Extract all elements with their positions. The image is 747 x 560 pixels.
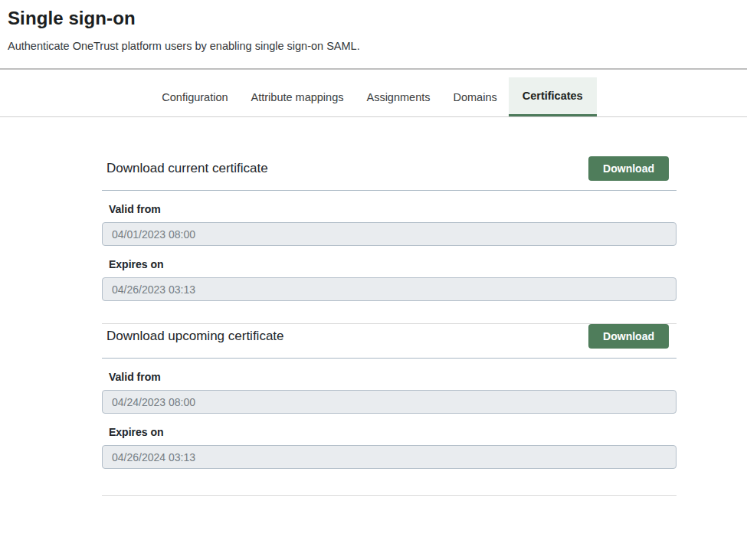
current-valid-from-input — [102, 222, 677, 246]
upcoming-certificate-section: Download upcoming certificate Download V… — [102, 324, 677, 469]
upcoming-certificate-heading: Download upcoming certificate — [106, 329, 284, 344]
certificates-panel: Download current certificate Download Va… — [102, 117, 677, 496]
download-current-button[interactable]: Download — [588, 156, 669, 181]
upcoming-certificate-header: Download upcoming certificate Download — [102, 324, 677, 359]
current-certificate-section: Download current certificate Download Va… — [102, 156, 677, 301]
current-valid-from-label: Valid from — [102, 203, 677, 215]
tab-certificates[interactable]: Certificates — [509, 77, 597, 116]
tab-configuration[interactable]: Configuration — [150, 77, 239, 116]
tab-domains[interactable]: Domains — [441, 77, 508, 116]
current-valid-from-field: Valid from — [102, 203, 677, 246]
page-header: Single sign-on Authenticate OneTrust pla… — [0, 0, 747, 52]
current-expires-on-input — [102, 277, 677, 301]
tab-attribute-mappings[interactable]: Attribute mappings — [240, 77, 355, 116]
tab-assignments[interactable]: Assignments — [355, 77, 441, 116]
upcoming-valid-from-input — [102, 390, 677, 414]
bottom-divider — [102, 495, 677, 496]
page-title: Single sign-on — [8, 8, 739, 29]
download-upcoming-button[interactable]: Download — [588, 324, 669, 349]
upcoming-expires-on-input — [102, 445, 677, 469]
upcoming-valid-from-field: Valid from — [102, 371, 677, 414]
upcoming-expires-on-field: Expires on — [102, 426, 677, 469]
upcoming-expires-on-label: Expires on — [102, 426, 677, 438]
upcoming-valid-from-label: Valid from — [102, 371, 677, 383]
tabs-bar: Configuration Attribute mappings Assignm… — [0, 70, 747, 117]
page-subtitle: Authenticate OneTrust platform users by … — [8, 40, 739, 52]
current-expires-on-field: Expires on — [102, 258, 677, 301]
current-certificate-heading: Download current certificate — [106, 161, 268, 176]
current-certificate-header: Download current certificate Download — [102, 156, 677, 191]
current-expires-on-label: Expires on — [102, 258, 677, 270]
single-sign-on-page: Single sign-on Authenticate OneTrust pla… — [0, 0, 747, 560]
